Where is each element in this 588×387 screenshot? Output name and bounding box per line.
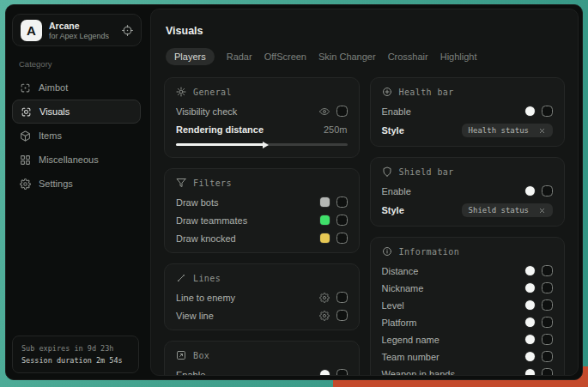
setting-label: Team number xyxy=(382,352,439,362)
card-general-header: General xyxy=(176,87,348,97)
card-title: Filters xyxy=(193,178,232,188)
tab-radar[interactable]: Radar xyxy=(227,48,252,65)
setting-label: Enable xyxy=(382,106,411,117)
setting-row-platform: Platform xyxy=(382,317,554,328)
color-swatch[interactable] xyxy=(525,335,535,344)
checkbox[interactable] xyxy=(542,334,553,345)
slider-thumb[interactable] xyxy=(263,142,269,148)
setting-label: Draw teammates xyxy=(176,215,247,226)
card-shield-bar: Shield bar Enable Style xyxy=(370,157,566,227)
checkbox[interactable] xyxy=(336,197,348,208)
checkbox[interactable] xyxy=(336,369,348,376)
slider-fill xyxy=(176,143,265,146)
setting-label: Platform xyxy=(382,317,417,328)
tab-offscreen[interactable]: OffScreen xyxy=(264,48,306,65)
color-swatch[interactable] xyxy=(525,300,535,310)
setting-row-shield-style: Style Shield status xyxy=(382,203,554,217)
color-swatch[interactable] xyxy=(320,197,330,207)
setting-row-weapon-in-hands: Weapon in hands xyxy=(382,368,554,376)
color-swatch[interactable] xyxy=(320,370,330,376)
setting-row-line-to-enemy: Line to enemy xyxy=(176,292,348,303)
info-icon xyxy=(382,246,392,257)
scan-eye-icon xyxy=(21,106,32,118)
setting-row-level: Level xyxy=(382,299,554,311)
card-lines: Lines Line to enemy View line xyxy=(164,263,360,330)
checkbox[interactable] xyxy=(542,185,553,197)
card-information-header: Information xyxy=(382,246,554,257)
checkbox[interactable] xyxy=(336,233,348,244)
color-swatch[interactable] xyxy=(525,283,535,293)
color-swatch[interactable] xyxy=(525,317,535,327)
rendering-distance-slider[interactable] xyxy=(176,141,348,148)
card-title: Box xyxy=(193,351,209,360)
setting-label: Style xyxy=(382,205,404,215)
color-swatch[interactable] xyxy=(525,266,535,275)
checkbox[interactable] xyxy=(336,292,348,303)
card-general: General Visibility check Rendering dista… xyxy=(164,77,360,158)
color-swatch[interactable] xyxy=(525,106,535,116)
eye-icon[interactable] xyxy=(319,106,330,117)
tab-highlight[interactable]: Highlight xyxy=(440,48,477,65)
subscription-card: Sub expires in 9d 23h Session duration 2… xyxy=(12,336,139,373)
app-subtitle: for Apex Legends xyxy=(49,32,109,40)
checkbox[interactable] xyxy=(542,265,553,276)
main-panel: Visuals Players Radar OffScreen Skin Cha… xyxy=(150,9,579,376)
close-icon[interactable] xyxy=(538,127,546,135)
tab-skin-changer[interactable]: Skin Changer xyxy=(318,48,376,65)
health-style-select[interactable]: Health status xyxy=(462,124,553,137)
card-filters-header: Filters xyxy=(176,178,348,188)
tab-players[interactable]: Players xyxy=(166,48,215,65)
setting-row-distance: Distance xyxy=(382,265,554,276)
sidebar-nav: Aimbot Visuals Items Miscellaneous Setti… xyxy=(6,76,147,196)
sidebar-item-settings[interactable]: Settings xyxy=(12,172,141,196)
sidebar-item-aimbot[interactable]: Aimbot xyxy=(12,76,141,100)
setting-label: Enable xyxy=(176,370,205,377)
sidebar-item-label: Aimbot xyxy=(39,82,68,93)
color-swatch[interactable] xyxy=(320,233,330,243)
close-icon[interactable] xyxy=(538,207,546,215)
setting-row-visibility-check: Visibility check xyxy=(176,106,348,117)
checkbox[interactable] xyxy=(542,106,553,117)
funnel-icon xyxy=(176,178,186,188)
card-information: Information Distance Nickname xyxy=(370,237,566,376)
sidebar-item-visuals[interactable]: Visuals xyxy=(12,100,141,124)
setting-label: Legend name xyxy=(382,335,439,345)
checkbox[interactable] xyxy=(336,310,348,321)
setting-row-nickname: Nickname xyxy=(382,282,554,293)
setting-label: Visibility check xyxy=(176,106,237,117)
color-swatch[interactable] xyxy=(525,186,535,196)
card-title: General xyxy=(193,88,232,97)
color-swatch[interactable] xyxy=(525,369,535,376)
checkbox[interactable] xyxy=(542,299,553,311)
logo-letter: A xyxy=(27,23,36,38)
shield-style-select[interactable]: Shield status xyxy=(462,203,553,217)
target-icon[interactable] xyxy=(122,25,133,36)
setting-label: Weapon in hands xyxy=(382,369,455,377)
sun-icon xyxy=(176,87,186,97)
setting-label: Draw bots xyxy=(176,197,219,208)
setting-row-shield-enable: Enable xyxy=(382,185,554,197)
tab-bar: Players Radar OffScreen Skin Changer Cro… xyxy=(166,48,565,65)
color-swatch[interactable] xyxy=(525,352,535,361)
checkbox[interactable] xyxy=(542,351,553,362)
gear-icon[interactable] xyxy=(319,311,330,321)
checkbox[interactable] xyxy=(542,282,553,293)
checkbox[interactable] xyxy=(336,215,348,226)
sidebar-item-miscellaneous[interactable]: Miscellaneous xyxy=(12,148,141,172)
setting-label: Level xyxy=(382,300,404,311)
gear-icon[interactable] xyxy=(319,293,330,303)
app-window: A Arcane for Apex Legends Category Aimbo… xyxy=(5,4,583,380)
shield-icon xyxy=(382,166,392,177)
setting-label: View line xyxy=(176,311,214,321)
setting-row-draw-bots: Draw bots xyxy=(176,197,348,208)
checkbox[interactable] xyxy=(336,106,348,117)
checkbox[interactable] xyxy=(542,317,553,328)
checkbox[interactable] xyxy=(542,368,553,376)
settings-column-left: General Visibility check Rendering dista… xyxy=(164,77,360,376)
tab-crosshair[interactable]: Crosshair xyxy=(388,48,428,65)
color-swatch[interactable] xyxy=(320,215,330,225)
gear-icon xyxy=(20,178,31,190)
sidebar-item-items[interactable]: Items xyxy=(12,124,141,148)
card-title: Shield bar xyxy=(399,167,454,177)
setting-label: Draw knocked xyxy=(176,233,236,244)
